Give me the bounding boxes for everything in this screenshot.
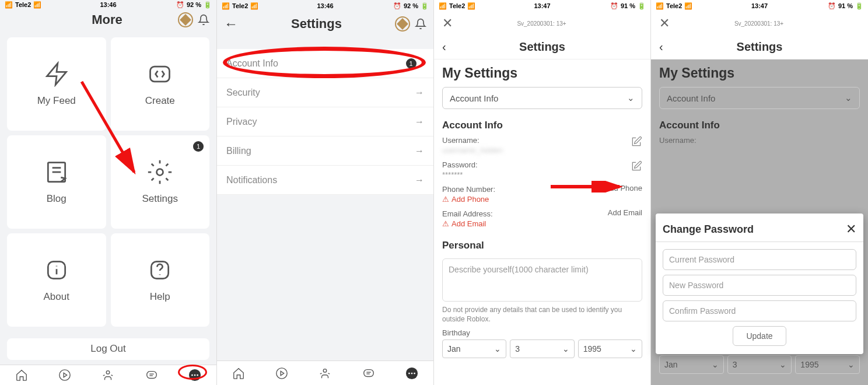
warning-icon: ⚠ [442, 219, 449, 228]
wifi-icon: 📶 [250, 2, 258, 10]
avatar-icon [102, 369, 114, 382]
clock-label: 13:46 [100, 1, 116, 8]
tab-play[interactable] [275, 366, 289, 380]
tab-play[interactable] [58, 368, 72, 382]
robux-icon[interactable] [178, 12, 193, 27]
svg-point-26 [408, 372, 410, 374]
confirm-password-input[interactable]: Confirm Password [663, 300, 856, 321]
tab-avatar[interactable] [318, 366, 332, 380]
webview-bar: ✕ Sv_20200301: 13+ [651, 12, 868, 35]
settings-header: ‹ Settings [434, 35, 650, 60]
svg-rect-12 [146, 371, 156, 378]
screen-settings-list: 📶Tele2📶 13:46 ⏰92 %🔋 ← Settings Account … [217, 0, 434, 385]
add-email-warning[interactable]: ⚠Add Email [439, 219, 608, 233]
settings-list: Account Info 1› Security → Privacy → Bil… [217, 36, 433, 360]
url-label: Sv_20200301: 13+ [453, 20, 631, 27]
chevron-right-icon: › [421, 58, 424, 69]
blog-icon [44, 159, 69, 185]
tab-home[interactable] [232, 366, 246, 380]
row-privacy[interactable]: Privacy → [217, 107, 433, 136]
chevron-down-icon: ⌄ [627, 93, 635, 103]
new-password-input[interactable]: New Password [663, 275, 856, 296]
svg-point-10 [60, 370, 70, 380]
row-security[interactable]: Security → [217, 78, 433, 107]
section-heading: Account Info [656, 116, 863, 135]
clock-label: 13:47 [534, 2, 550, 9]
svg-point-16 [191, 374, 193, 376]
tab-home[interactable] [15, 368, 29, 382]
bolt-icon [44, 61, 69, 87]
edit-username-icon[interactable] [631, 136, 642, 148]
page-title: Settings [737, 40, 783, 54]
row-notifications[interactable]: Notifications → [217, 166, 433, 195]
tab-avatar[interactable] [101, 368, 115, 382]
chevron-down-icon: ⌄ [562, 344, 569, 354]
tile-my-feed[interactable]: My Feed [7, 37, 106, 131]
battery-icon: 🔋 [638, 2, 646, 10]
current-password-input[interactable]: Current Password [663, 249, 856, 270]
play-icon [58, 369, 71, 382]
badge: 1 [193, 141, 204, 152]
wifi-icon: 📶 [467, 2, 475, 10]
robux-icon[interactable] [395, 16, 410, 32]
dropdown-value: Account Info [450, 93, 498, 103]
edit-password-icon[interactable] [631, 160, 642, 172]
battery-icon: 🔋 [855, 2, 863, 10]
helper-text: Do not provide any details that can be u… [439, 305, 646, 324]
update-button[interactable]: Update [733, 326, 786, 346]
row-label: Security [226, 88, 260, 98]
page-title: More [36, 12, 178, 27]
svg-rect-22 [363, 369, 373, 376]
carrier-label: Tele2 [232, 2, 248, 9]
modal-title: Change Password [663, 223, 754, 236]
tile-about[interactable]: About [7, 233, 106, 327]
birthday-month[interactable]: Jan⌄ [442, 340, 506, 358]
back-button[interactable]: ‹ [442, 40, 446, 54]
username-value: username_hidden [439, 146, 631, 159]
birthday-year[interactable]: 1995⌄ [578, 340, 642, 358]
close-button[interactable]: ✕ [659, 16, 670, 31]
alarm-icon: ⏰ [176, 1, 184, 9]
birthday-day[interactable]: 3⌄ [510, 340, 574, 358]
add-email-link[interactable]: Add Email [608, 208, 642, 217]
heading: My Settings [439, 65, 646, 87]
add-phone-link[interactable]: Add Phone [605, 184, 642, 192]
tab-more[interactable] [188, 368, 202, 382]
bell-icon[interactable] [198, 14, 209, 26]
battery-label: 92 % [404, 2, 418, 9]
chevron-down-icon: ⌄ [494, 344, 501, 354]
svg-point-4 [157, 169, 163, 175]
bell-icon[interactable] [415, 18, 426, 30]
carrier-label: Tele2 [666, 2, 682, 9]
tab-chat[interactable] [362, 366, 376, 380]
signal-icon: 📶 [439, 2, 447, 10]
tab-more[interactable] [405, 366, 419, 380]
tile-label: Blog [47, 193, 66, 205]
battery-label: 91 % [838, 2, 853, 9]
back-button[interactable]: ← [224, 16, 238, 32]
close-modal-button[interactable]: ✕ [846, 222, 856, 237]
row-billing[interactable]: Billing → [217, 136, 433, 166]
alarm-icon: ⏰ [828, 2, 836, 10]
birthday-year: 1995⌄ [795, 355, 860, 374]
tile-create[interactable]: Create [111, 37, 210, 131]
tab-chat[interactable] [145, 368, 159, 382]
settings-header: ‹ Settings [651, 35, 868, 60]
tile-settings[interactable]: 1 Settings [111, 135, 210, 229]
describe-textarea[interactable]: Describe yourself(1000 character limit) [442, 258, 642, 302]
section-heading: Account Info [439, 116, 646, 135]
tile-label: Settings [142, 193, 178, 205]
add-phone-warning[interactable]: ⚠Add Phone [439, 195, 605, 208]
logout-button[interactable]: Log Out [7, 338, 209, 360]
header: More [0, 10, 216, 30]
chevron-right-icon: → [415, 88, 424, 98]
back-button[interactable]: ‹ [659, 40, 663, 54]
section-dropdown[interactable]: Account Info ⌄ [442, 87, 642, 109]
svg-point-21 [324, 369, 327, 372]
page-title: Settings [238, 16, 395, 32]
close-button[interactable]: ✕ [442, 16, 453, 31]
row-account-info[interactable]: Account Info 1› [217, 49, 433, 78]
wifi-icon: 📶 [684, 2, 692, 10]
tile-blog[interactable]: Blog [7, 135, 106, 229]
tile-help[interactable]: Help [111, 233, 210, 327]
